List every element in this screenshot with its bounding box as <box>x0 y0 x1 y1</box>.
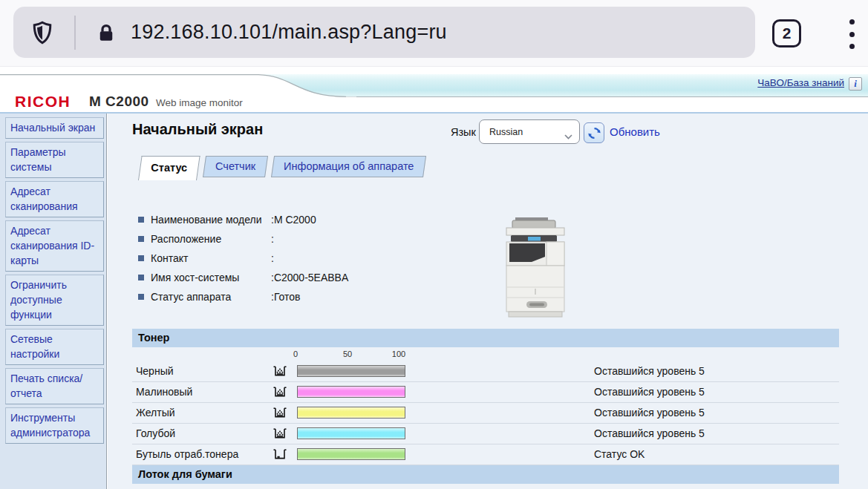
divider <box>74 16 76 50</box>
info-icon[interactable]: i <box>849 77 862 91</box>
tab-counter-button[interactable]: 2 <box>772 19 801 47</box>
bullet-icon <box>138 217 144 223</box>
browser-menu-button[interactable] <box>846 18 857 50</box>
language-label: Язык <box>451 126 476 138</box>
refresh-icon <box>587 126 601 140</box>
device-info-row: Наименование модели :M C2000 <box>138 210 487 229</box>
toner-row-waste-bottle: Бутыль отраб.тонера Статус OK <box>132 444 839 465</box>
device-info-row: Имя хост-системы :C2000-5EABBA <box>138 268 487 287</box>
device-info-row: Расположение : <box>138 229 487 249</box>
toner-section-header: Тонер <box>132 329 839 347</box>
browser-toolbar: 192.168.10.101/main.asp?Lang=ru 2 <box>0 0 868 67</box>
tab-counter-page[interactable]: Счетчик <box>203 156 268 177</box>
app-name: Web image monitor <box>156 97 243 108</box>
sidebar-item-network-settings[interactable]: Сетевые настройки <box>5 329 104 365</box>
toner-level-bar <box>297 407 405 419</box>
toner-row-cyan: Голубой Оставшийся уровень 5 <box>132 424 839 444</box>
toner-scale: 0 50 100 <box>132 347 839 361</box>
toner-level-bar <box>297 365 405 377</box>
chevron-down-icon <box>564 129 572 142</box>
toner-cartridge-icon <box>273 428 287 442</box>
faq-knowledge-base-link[interactable]: ЧаВО/База знаний <box>757 77 844 88</box>
refresh-link[interactable]: Обновить <box>610 125 660 138</box>
toner-cartridge-icon <box>273 407 287 421</box>
refresh-button[interactable] <box>584 122 604 143</box>
toner-section: Тонер 0 50 100 Черный Оставшийся уровень… <box>132 329 839 484</box>
bullet-icon <box>138 294 144 300</box>
tab-status[interactable]: Статус <box>138 156 200 180</box>
printer-image <box>503 216 572 318</box>
sidebar-item-id-card-scan-destination[interactable]: Адресат сканирования ID-карты <box>5 220 104 272</box>
bullet-icon <box>138 275 144 280</box>
toner-level-bar <box>297 427 405 439</box>
toner-level-bar <box>297 448 405 460</box>
toner-level-bar <box>297 386 405 398</box>
tab-count: 2 <box>783 24 792 42</box>
sidebar-item-system-settings[interactable]: Параметры системы <box>5 142 104 178</box>
sidebar-item-admin-tools[interactable]: Инструменты администратора <box>5 407 104 444</box>
language-select[interactable]: Russian <box>479 119 580 144</box>
sidebar-nav: Начальный экран Параметры системы Адреса… <box>0 114 107 489</box>
device-info-list: Наименование модели :M C2000 Расположени… <box>138 210 487 306</box>
paper-tray-section-header: Лоток для бумаги <box>132 465 839 484</box>
sidebar-item-home[interactable]: Начальный экран <box>5 117 104 139</box>
toner-cartridge-icon <box>273 387 287 401</box>
bullet-icon <box>138 255 144 261</box>
lock-icon[interactable] <box>95 20 117 45</box>
model-name: M C2000 <box>89 93 149 110</box>
waste-bottle-icon <box>273 449 287 463</box>
page-title: Начальный экран <box>132 121 263 138</box>
url-text[interactable]: 192.168.10.101/main.asp?Lang=ru <box>131 21 447 44</box>
toner-cartridge-icon <box>273 366 287 380</box>
sidebar-item-restrict-functions[interactable]: Ограничить доступные функции <box>5 275 104 326</box>
tracking-protection-shield-icon[interactable] <box>30 19 55 47</box>
sidebar-item-print-list-report[interactable]: Печать списка/отчета <box>5 368 104 404</box>
address-bar[interactable]: 192.168.10.101/main.asp?Lang=ru <box>13 7 755 58</box>
language-selected-value: Russian <box>489 127 523 137</box>
sidebar-item-scan-destination[interactable]: Адресат сканирования <box>5 181 104 217</box>
site-header: ЧаВО/База знаний i RICOH M C2000 Web ima… <box>0 68 868 114</box>
ricoh-logo: RICOH <box>15 93 71 111</box>
toner-row-magenta: Малиновый Оставшийся уровень 5 <box>132 382 839 403</box>
bullet-icon <box>138 236 144 242</box>
toner-row-yellow: Желтый Оставшийся уровень 5 <box>132 403 839 424</box>
device-info-row: Контакт : <box>138 249 487 268</box>
tab-bar: Статус Счетчик Информация об аппарате <box>138 156 423 180</box>
device-info-row: Статус аппарата :Готов <box>138 287 487 306</box>
tab-device-info[interactable]: Информация об аппарате <box>271 156 426 177</box>
toner-row-black: Черный Оставшийся уровень 5 <box>132 361 839 382</box>
page: 192.168.10.101/main.asp?Lang=ru 2 ЧаВО/Б… <box>0 0 868 489</box>
